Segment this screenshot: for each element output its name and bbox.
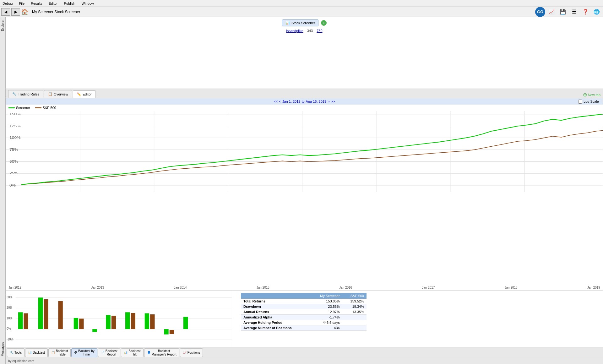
svg-rect-47 <box>183 317 188 329</box>
svg-rect-40 <box>111 316 116 329</box>
x-label-4: Jan 2016 <box>339 286 352 290</box>
tools-label: Tools <box>14 351 22 354</box>
svg-rect-37 <box>79 319 84 329</box>
log-scale: Log Scale <box>578 100 599 104</box>
back-button[interactable]: ◀ <box>1 8 10 16</box>
x-axis: Jan 2012 Jan 2013 Jan 2014 Jan 2015 Jan … <box>6 285 603 290</box>
backtest-manager-icon: 👤 <box>147 351 151 354</box>
top-panel: 📊 Stock Screener + issandplike 343 780 <box>6 17 603 89</box>
log-scale-checkbox[interactable] <box>578 100 582 104</box>
toolbar-right: GO 📈 💾 ☰ ❓ 🌐 <box>535 7 602 17</box>
globe-icon-btn[interactable]: 🌐 <box>592 8 602 16</box>
screener-tab[interactable]: 📊 Stock Screener <box>282 19 318 26</box>
backtest-manager-button[interactable]: 👤 Backtest Manager's Report <box>144 348 179 357</box>
bar-chart-area: 30% 20% 10% 0% -10% <box>6 291 232 347</box>
screener-count2-link[interactable]: 780 <box>317 29 322 33</box>
list-icon-btn[interactable]: ☰ <box>569 8 579 16</box>
tools-button[interactable]: 🔧 Tools <box>7 348 24 357</box>
screener-count1: 343 <box>307 29 313 33</box>
backtest-time-label: Backtest by Time <box>78 349 95 356</box>
go-button[interactable]: GO <box>535 7 545 17</box>
backtest-time-button[interactable]: ⏱ Backtest by Time <box>71 348 97 357</box>
stats-row-annual-returns: Annual Returns 12.97% 13.35% <box>241 309 367 315</box>
screener-add-button[interactable]: + <box>321 20 327 26</box>
tab-trading-rules[interactable]: 🔧 Trading Rules <box>8 90 43 98</box>
sidebar-messages[interactable]: Messages <box>0 341 5 358</box>
menu-publish[interactable]: Publish <box>63 1 77 6</box>
svg-text:20%: 20% <box>7 306 13 309</box>
menu-window[interactable]: Window <box>80 1 95 6</box>
tab-right: ⊕ New tab <box>583 92 603 98</box>
svg-rect-38 <box>92 329 97 332</box>
svg-rect-31 <box>18 312 23 329</box>
menu-results[interactable]: Results <box>30 1 44 6</box>
chart-next-next[interactable]: >> <box>331 100 335 103</box>
bar-chart-svg: 30% 20% 10% 0% -10% <box>6 291 232 347</box>
stats-label-positions: Average Number of Positions <box>241 325 310 331</box>
menu-debug[interactable]: Debug <box>1 1 14 6</box>
save-icon-btn[interactable]: 💾 <box>558 8 568 16</box>
tab-editor[interactable]: ✏️ Editor <box>73 90 96 98</box>
svg-text:150%: 150% <box>9 112 20 116</box>
stats-table: My Screener S&P 500 Total Returns 153.05… <box>241 293 367 331</box>
stats-sp500-positions <box>342 325 367 331</box>
chart-icon-btn[interactable]: 📈 <box>546 8 557 16</box>
tab-overview[interactable]: 📋 Overview <box>44 90 72 98</box>
x-label-6: Jan 2018 <box>505 286 518 290</box>
chart-next[interactable]: > <box>328 100 329 103</box>
backtest-tilt-button[interactable]: 📊 Backtest Tilt <box>121 348 143 357</box>
main-chart-svg: 0% 25% 50% 75% 100% 125% 150% <box>6 111 603 199</box>
sidebar-explorer[interactable]: Explorer <box>0 18 5 32</box>
content-area: 📊 Stock Screener + issandplike 343 780 🔧… <box>6 17 603 364</box>
stats-row-drawdown: Drawdown 23.56% 19.34% <box>241 304 367 309</box>
editor-icon: ✏️ <box>77 92 81 96</box>
chart-prev-prev[interactable]: << <box>274 100 278 103</box>
toolbar: ◀ ▶ 🏠 My Screener Stock Screener GO 📈 💾 … <box>0 7 603 17</box>
svg-text:75%: 75% <box>9 148 18 152</box>
tools-icon: 🔧 <box>10 351 14 354</box>
chart-to-link[interactable]: to <box>302 100 304 103</box>
positions-button[interactable]: 📈 Positions <box>180 348 203 357</box>
menu-editor[interactable]: Editor <box>47 1 59 6</box>
backtest-manager-label: Backtest Manager's Report <box>152 349 177 356</box>
screener-tab-icon: 📊 <box>285 21 290 25</box>
stats-label-alpha: Annualized Alpha <box>241 315 310 320</box>
new-tab-button[interactable]: ⊕ New tab <box>583 92 600 98</box>
backtest-button[interactable]: 📊 Backtest <box>25 348 47 357</box>
backtest-table-label: Backtest Table <box>56 349 68 356</box>
stats-sp500-total-returns: 159.52% <box>342 299 367 304</box>
screener-filter-link[interactable]: issandplike <box>286 29 303 33</box>
svg-text:10%: 10% <box>7 316 13 320</box>
menu-file[interactable]: File <box>18 1 26 6</box>
backtest-tilt-label: Backtest Tilt <box>128 349 140 356</box>
stats-sp500-annual-returns: 13.35% <box>342 309 367 315</box>
help-icon-btn[interactable]: ❓ <box>580 8 590 16</box>
new-tab-icon: ⊕ <box>583 92 587 98</box>
svg-text:125%: 125% <box>9 124 20 128</box>
x-label-3: Jan 2015 <box>257 286 269 290</box>
stats-row-positions: Average Number of Positions 434 <box>241 325 367 331</box>
tab-bar: 🔧 Trading Rules 📋 Overview ✏️ Editor ⊕ N… <box>6 89 603 98</box>
backtest-report-button[interactable]: 📄 Backtest Report <box>98 348 120 357</box>
stats-header-sp500: S&P 500 <box>342 293 367 299</box>
backtest-table-button[interactable]: 📋 Backtest Table <box>48 348 71 357</box>
svg-text:30%: 30% <box>7 295 13 299</box>
svg-text:100%: 100% <box>9 136 20 140</box>
stats-label-drawdown: Drawdown <box>241 304 310 309</box>
svg-text:50%: 50% <box>9 160 18 163</box>
forward-button[interactable]: ▶ <box>11 8 20 16</box>
log-scale-label: Log Scale <box>584 100 599 103</box>
chart-prev[interactable]: < <box>279 100 281 103</box>
x-label-1: Jan 2013 <box>91 286 104 290</box>
screener-info: issandplike 343 780 <box>6 29 603 33</box>
menubar: Debug File Results Editor Publish Window <box>0 0 603 7</box>
editor-label: Editor <box>83 92 92 96</box>
stats-screener-positions: 434 <box>310 325 342 331</box>
stats-row-total-returns: Total Returns 153.05% 159.52% <box>241 299 367 304</box>
svg-text:0%: 0% <box>9 184 16 187</box>
home-icon[interactable]: 🏠 <box>21 8 28 15</box>
chart-legend: Screener S&P 500 <box>6 105 603 111</box>
x-label-5: Jan 2017 <box>422 286 435 290</box>
footer: by equitieslab.com <box>6 358 603 364</box>
stats-header-label <box>241 293 310 299</box>
